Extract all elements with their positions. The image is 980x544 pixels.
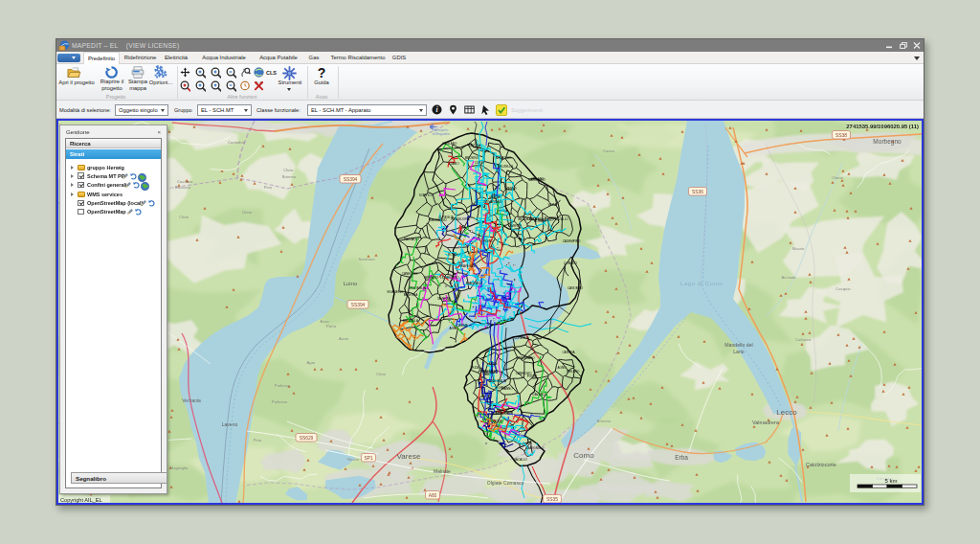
svg-text:STABIO: STABIO [448, 162, 459, 166]
svg-text:MIGLIEGLIA: MIGLIEGLIA [496, 411, 513, 415]
svg-text:Como: Como [573, 451, 594, 460]
svg-text:BEDIGLIORA: BEDIGLIORA [519, 217, 538, 221]
svg-text:MELANO: MELANO [531, 177, 545, 181]
svg-text:Carlazzo: Carlazzo [795, 337, 812, 342]
svg-text:CAMIGNOLO: CAMIGNOLO [526, 446, 546, 450]
svg-text:DAVESCO: DAVESCO [533, 393, 547, 397]
svg-text:CUREGLIA: CUREGLIA [514, 336, 530, 340]
svg-text:Magreglio: Magreglio [170, 465, 189, 470]
svg-text:Clivio: Clivio [376, 372, 387, 376]
svg-text:Azzio: Azzio [339, 336, 349, 341]
svg-text:NOVAZZANO: NOVAZZANO [483, 200, 502, 204]
svg-text:BRUSINO: BRUSINO [425, 276, 439, 280]
svg-text:Valmadrera: Valmadrera [752, 419, 780, 425]
svg-text:Clivio: Clivio [283, 168, 294, 172]
svg-text:di Magadino: di Magadino [433, 132, 451, 136]
svg-text:Morbegno: Morbegno [873, 138, 902, 146]
svg-text:Porlezza: Porlezza [272, 399, 288, 404]
svg-text:PAZZALLO: PAZZALLO [553, 217, 568, 221]
svg-text:PAZZALLO: PAZZALLO [404, 238, 419, 241]
svg-text:VACALLO: VACALLO [484, 371, 499, 374]
svg-text:Cocquio: Cocquio [835, 286, 851, 291]
svg-text:ROVIO: ROVIO [448, 253, 458, 257]
svg-text:MANNO: MANNO [505, 187, 517, 191]
svg-text:Canzo: Canzo [603, 148, 615, 153]
svg-text:PURA: PURA [489, 362, 499, 366]
svg-text:AGNO: AGNO [557, 366, 567, 370]
svg-text:Mandello del: Mandello del [724, 342, 752, 348]
svg-text:A60: A60 [429, 493, 437, 498]
svg-text:VIGANELLO: VIGANELLO [387, 290, 404, 294]
svg-text:Brienno: Brienno [597, 419, 612, 423]
svg-text:BALERNA: BALERNA [404, 293, 418, 297]
svg-text:Nesso: Nesso [347, 457, 360, 462]
svg-text:Copyright AIL_EL: Copyright AIL_EL [60, 497, 102, 503]
svg-text:Lario: Lario [733, 349, 745, 354]
svg-text:VEZIA: VEZIA [548, 203, 558, 207]
svg-text:GRAVESANO: GRAVESANO [516, 356, 535, 360]
svg-text:MIGLIEGLIA: MIGLIEGLIA [489, 379, 506, 383]
svg-text:PONTE: PONTE [527, 374, 538, 378]
svg-text:MONTE: MONTE [489, 195, 500, 199]
svg-text:BRUZELLA: BRUZELLA [498, 165, 514, 169]
svg-text:TAVERNE: TAVERNE [508, 224, 522, 228]
svg-text:Agra: Agra [307, 360, 317, 365]
svg-text:SS35: SS35 [546, 497, 558, 502]
svg-text:GRAVESANO: GRAVESANO [458, 264, 478, 268]
svg-text:SP1: SP1 [364, 456, 373, 461]
svg-text:SS394: SS394 [351, 303, 366, 307]
svg-text:Cassano: Cassano [177, 179, 193, 184]
svg-text:Marzio: Marzio [792, 246, 805, 251]
svg-text:Varese: Varese [397, 452, 421, 461]
svg-text:BRUSINO: BRUSINO [465, 156, 479, 160]
svg-text:Lecco: Lecco [776, 408, 797, 417]
svg-text:Cannobio: Cannobio [228, 140, 246, 145]
svg-text:2741535.99/1096020.95 (11): 2741535.99/1096020.95 (11) [846, 124, 919, 129]
svg-text:CURIO: CURIO [475, 161, 485, 165]
svg-text:Laveno: Laveno [222, 421, 238, 427]
svg-text:Luino: Luino [344, 281, 358, 286]
svg-text:CANEGGIO: CANEGGIO [402, 272, 418, 276]
svg-text:ISONE: ISONE [493, 419, 502, 423]
svg-text:Porlezza: Porlezza [275, 383, 291, 388]
svg-text:5 km: 5 km [884, 478, 897, 484]
svg-text:Pino: Pino [254, 438, 262, 442]
svg-text:SS38: SS38 [835, 133, 847, 138]
svg-text:SONVICO: SONVICO [419, 193, 434, 197]
svg-text:Clivio: Clivio [179, 215, 189, 219]
svg-text:LIGORNETTO: LIGORNETTO [440, 276, 460, 280]
svg-text:TAVERNE: TAVERNE [437, 297, 451, 301]
svg-text:Bassano: Bassano [175, 185, 191, 190]
svg-text:MELANO: MELANO [567, 370, 580, 374]
svg-text:SAVOSA: SAVOSA [469, 144, 481, 147]
svg-text:Lago di Como: Lago di Como [680, 280, 724, 286]
svg-text:Brienno: Brienno [282, 174, 297, 179]
svg-text:Erba: Erba [675, 454, 688, 461]
svg-text:Verbania: Verbania [182, 397, 201, 403]
svg-text:CUREGLIA: CUREGLIA [438, 215, 455, 219]
svg-text:CARONA: CARONA [562, 351, 575, 354]
svg-text:Olgiate Comasco: Olgiate Comasco [487, 480, 524, 486]
svg-text:Porto: Porto [326, 324, 337, 329]
svg-text:SS394: SS394 [344, 177, 358, 182]
svg-text:Onno: Onno [242, 210, 253, 215]
svg-text:MIGLIEGLIA: MIGLIEGLIA [409, 286, 426, 290]
svg-text:BRUZELLA: BRUZELLA [403, 319, 419, 323]
svg-text:CADEMPINO: CADEMPINO [563, 239, 581, 243]
svg-text:NOVAGGIO: NOVAGGIO [496, 156, 512, 160]
svg-text:Calolziocorte: Calolziocorte [806, 462, 836, 467]
svg-text:Pino: Pino [264, 185, 273, 190]
svg-text:Malnate: Malnate [434, 468, 451, 474]
svg-text:BEDIGLIORA: BEDIGLIORA [452, 217, 471, 221]
svg-text:CASIMA: CASIMA [457, 324, 469, 328]
svg-text:FIGINO: FIGINO [496, 386, 506, 390]
svg-text:Sormano: Sormano [359, 257, 376, 261]
svg-text:VEZIA: VEZIA [471, 366, 480, 370]
svg-text:VACALLO: VACALLO [514, 458, 528, 462]
svg-text:Claino: Claino [832, 175, 844, 180]
svg-text:SS36: SS36 [692, 190, 703, 194]
svg-text:AGNO: AGNO [449, 327, 458, 330]
svg-text:CANOBBIO: CANOBBIO [568, 286, 584, 290]
svg-text:MAGLIASO: MAGLIASO [467, 282, 483, 285]
svg-text:FIGINO: FIGINO [483, 239, 494, 243]
